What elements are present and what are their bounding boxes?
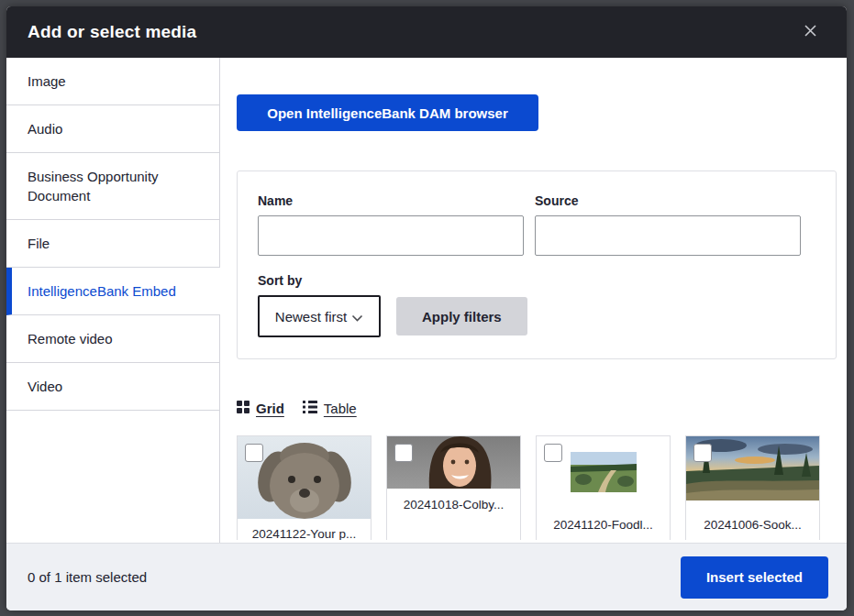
grid-view-label: Grid [256, 401, 284, 416]
media-item-card[interactable]: 20241006-Sook... [685, 435, 820, 540]
dialog-main-content: Open IntelligenceBank DAM browser Name S… [220, 58, 847, 543]
media-type-sidebar: Image Audio Business Opportunity Documen… [6, 58, 220, 543]
name-filter-input[interactable] [258, 215, 524, 256]
add-or-select-media-dialog: Add or select media Image Audio Business… [6, 6, 847, 610]
table-view-icon [303, 401, 317, 416]
open-dam-browser-button[interactable]: Open IntelligenceBank DAM browser [237, 94, 538, 131]
insert-selected-button[interactable]: Insert selected [681, 556, 828, 599]
sort-by-label: Sort by [258, 273, 815, 288]
media-item-checkbox[interactable] [693, 444, 712, 462]
close-button[interactable] [797, 19, 823, 45]
view-toggle: Grid Table [237, 401, 837, 416]
table-view-label: Table [324, 401, 357, 416]
grid-view-link[interactable]: Grid [237, 401, 284, 416]
source-filter-input[interactable] [535, 215, 801, 256]
sidebar-item-business-opportunity-document[interactable]: Business Opportunity Document [6, 153, 219, 220]
sidebar-item-intelligencebank-embed[interactable]: IntelligenceBank Embed [6, 268, 220, 315]
apply-filters-button[interactable]: Apply filters [396, 297, 527, 336]
dialog-body: Image Audio Business Opportunity Documen… [6, 58, 847, 543]
media-item-checkbox[interactable] [245, 444, 263, 462]
sidebar-item-image[interactable]: Image [6, 58, 219, 105]
sidebar-item-audio[interactable]: Audio [6, 105, 219, 153]
name-filter-label: Name [258, 193, 524, 208]
sidebar-item-remote-video[interactable]: Remote video [6, 315, 219, 363]
sidebar-item-file[interactable]: File [6, 220, 219, 268]
media-results-grid: 20241122-Your p... [237, 435, 837, 540]
media-item-name: 20241122-Your p... [238, 527, 371, 540]
media-item-card[interactable]: 20241122-Your p... [237, 435, 372, 540]
media-item-name: 20241120-Foodl... [537, 518, 670, 532]
dialog-header: Add or select media [6, 6, 847, 58]
filter-panel: Name Source Sort by Newest first [237, 170, 837, 359]
media-item-card[interactable]: 20241018-Colby... [386, 435, 521, 540]
media-item-name: 20241006-Sook... [686, 518, 819, 532]
sidebar-item-video[interactable]: Video [6, 363, 219, 411]
source-filter-label: Source [535, 193, 801, 208]
media-item-checkbox[interactable] [544, 444, 562, 462]
chevron-down-icon [351, 309, 363, 324]
close-icon [804, 24, 817, 40]
table-view-link[interactable]: Table [303, 401, 357, 416]
selection-status: 0 of 1 item selected [28, 569, 147, 585]
sort-by-select[interactable]: Newest first [258, 295, 381, 337]
dialog-title: Add or select media [28, 22, 196, 42]
media-item-name: 20241018-Colby... [387, 498, 520, 512]
dialog-footer: 0 of 1 item selected Insert selected [6, 543, 847, 610]
sort-by-selected-value: Newest first [275, 309, 347, 324]
media-item-card[interactable]: 20241120-Foodl... [536, 435, 671, 540]
grid-view-icon [237, 401, 250, 416]
media-item-checkbox[interactable] [394, 444, 413, 462]
